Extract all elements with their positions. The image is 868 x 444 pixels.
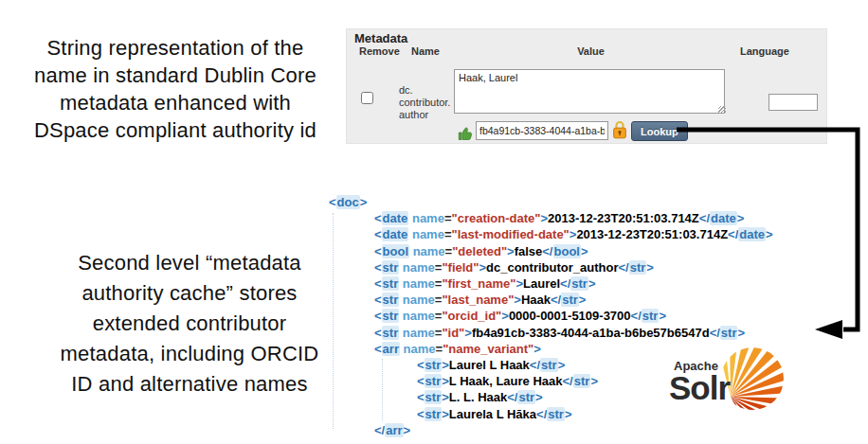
- annotation-line: DSpace compliant authority id: [0, 116, 351, 144]
- authority-id-input[interactable]: [476, 121, 608, 140]
- annotation-line: ID and alternative names: [14, 369, 365, 400]
- annotation-line: metadata, including ORCID: [14, 339, 365, 369]
- code-line: <str name="orcid_id">0000-0001-5109-3700…: [327, 308, 858, 324]
- column-header-value: Value: [541, 45, 641, 57]
- annotation-line: String representation of the: [0, 34, 351, 62]
- remove-checkbox[interactable]: [361, 92, 373, 104]
- code-line: <bool name="deleted">false</bool>: [327, 243, 858, 259]
- solr-label: Solr: [669, 374, 730, 402]
- solr-logo-text: Apache Solr: [669, 359, 730, 402]
- code-line: <str name="last_name">Haak</str>: [327, 292, 858, 308]
- code-line: <str name="id">fb4a91cb-3383-4044-a1ba-b…: [327, 325, 858, 341]
- form-title: Metadata: [354, 31, 407, 45]
- slide-root: String representation of the name in sta…: [0, 0, 868, 444]
- code-line: <date name="creation-date">2013-12-23T20…: [327, 210, 858, 226]
- column-header-remove: Remove: [359, 45, 400, 57]
- column-header-name: Name: [411, 45, 440, 57]
- code-line: <str name="field">dc_contributor_author<…: [327, 259, 858, 275]
- code-line: <doc>: [327, 194, 858, 210]
- annotation-authority-cache: Second level “metadata authority cache” …: [14, 248, 365, 400]
- annotation-line: extended contributor: [14, 309, 365, 339]
- code-line: </arr>: [327, 422, 858, 438]
- thumbs-up-icon[interactable]: [458, 125, 474, 141]
- annotation-dublin-core: String representation of the name in sta…: [0, 34, 351, 144]
- value-textarea[interactable]: Haak, Laurel: [454, 69, 725, 114]
- code-line: <date name="last-modified-date">2013-12-…: [327, 226, 858, 242]
- indent-guide: [382, 359, 383, 421]
- metadata-form-panel: Metadata Remove Name Value Language dc. …: [346, 28, 827, 144]
- annotation-line: authority cache” stores: [14, 278, 365, 309]
- annotation-line: metadata enhanced with: [0, 89, 351, 116]
- lock-icon[interactable]: [613, 120, 626, 139]
- field-name-label: dc. contributor. author: [399, 84, 450, 121]
- solr-logo: Apache Solr: [669, 346, 785, 415]
- annotation-line: Second level “metadata: [14, 248, 365, 278]
- language-input[interactable]: [769, 94, 818, 111]
- indent-guide: [333, 213, 334, 429]
- annotation-line: name in standard Dublin Core: [0, 62, 351, 89]
- lookup-button[interactable]: Lookup: [631, 121, 688, 141]
- code-line: <str name="first_name">Laurel</str>: [327, 275, 858, 292]
- column-header-language: Language: [740, 45, 789, 57]
